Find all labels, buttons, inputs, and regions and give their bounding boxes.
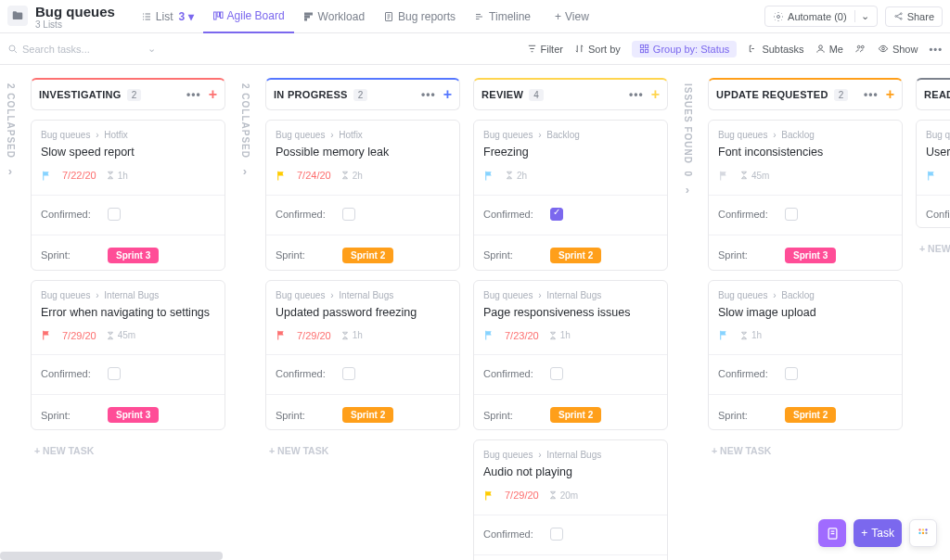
sprint-tag[interactable]: Sprint 3: [108, 407, 159, 423]
me-button[interactable]: Me: [815, 44, 843, 55]
svg-point-26: [925, 528, 927, 530]
task-card[interactable]: Bug queues › Backlog Font inconsistencie…: [708, 120, 903, 271]
confirmed-field: Confirmed:: [483, 201, 658, 227]
people-icon: [854, 44, 867, 54]
task-card[interactable]: Bug queues › Internal Bugs Error when na…: [31, 280, 225, 431]
svg-point-10: [777, 15, 780, 18]
confirmed-field: Confirmed:: [41, 201, 215, 227]
task-card[interactable]: Bug queues › Internal Bugs Updated passw…: [265, 280, 460, 431]
share-button[interactable]: Share: [885, 6, 943, 27]
view-tab-workload[interactable]: Workload: [294, 0, 374, 33]
view-tab-list[interactable]: List3 ▾: [132, 0, 203, 33]
svg-rect-7: [307, 16, 309, 18]
column-add-button[interactable]: +: [209, 87, 217, 102]
horizontal-scrollbar[interactable]: [0, 552, 223, 560]
view-tab-agile-board[interactable]: Agile Board: [203, 0, 294, 33]
confirmed-checkbox[interactable]: [550, 367, 563, 380]
sprint-tag[interactable]: Sprint 3: [785, 248, 836, 263]
more-menu[interactable]: •••: [929, 44, 943, 55]
task-estimate: 45m: [106, 330, 135, 340]
task-date: 7/29/20: [62, 330, 96, 341]
collapsed-column[interactable]: 2 COLLAPSED›: [4, 78, 18, 184]
svg-point-11: [894, 16, 896, 18]
chevron-down-icon[interactable]: ⌄: [148, 43, 156, 55]
filter-bar: Search tasks... ⌄ Filter Sort by Group b…: [0, 33, 950, 65]
task-card[interactable]: Bug queues › Internal Bugs Audio not pla…: [473, 439, 668, 560]
workload-icon: [303, 11, 315, 22]
sprint-tag[interactable]: Sprint 2: [785, 407, 836, 423]
new-task-fab[interactable]: +Task: [854, 519, 902, 547]
subtasks-icon: [748, 44, 758, 54]
breadcrumb: Bug queues › Hotfix: [276, 130, 450, 140]
column-add-button[interactable]: +: [443, 87, 452, 102]
chevron-right-icon: ›: [243, 164, 248, 178]
column-title: REVIEW: [481, 89, 523, 100]
task-card[interactable]: Bug queues › Backlog Freezing 2h Confirm…: [473, 120, 668, 271]
task-title: Page responsiveness issues: [483, 306, 658, 321]
confirmed-checkbox[interactable]: [108, 367, 121, 380]
hourglass-icon: [106, 171, 115, 180]
sprint-tag[interactable]: Sprint 2: [342, 407, 393, 423]
svg-rect-16: [645, 45, 648, 47]
task-meta: 7/23/20 1h: [483, 325, 658, 347]
task-date: 7/23/20: [505, 330, 539, 341]
confirmed-checkbox[interactable]: [785, 367, 798, 380]
task-meta: 7/24/20 2h: [276, 166, 450, 187]
confirmed-checkbox[interactable]: [108, 208, 121, 221]
column-more-menu[interactable]: •••: [186, 88, 201, 101]
chevron-down-icon[interactable]: ⌄: [854, 10, 869, 22]
column-count: 2: [834, 89, 849, 101]
search-input[interactable]: Search tasks... ⌄: [7, 43, 156, 55]
svg-point-28: [922, 532, 924, 534]
column-more-menu[interactable]: •••: [421, 88, 436, 101]
confirmed-checkbox[interactable]: [550, 208, 563, 221]
sprint-tag[interactable]: Sprint 2: [550, 407, 601, 423]
sprint-tag[interactable]: Sprint 3: [108, 248, 159, 263]
view-tab-bug-reports[interactable]: Bug reports: [374, 0, 465, 33]
notepad-fab[interactable]: [818, 519, 846, 547]
sprint-tag[interactable]: Sprint 2: [550, 248, 601, 263]
svg-point-19: [818, 45, 822, 49]
apps-fab[interactable]: [909, 519, 937, 547]
column-update-requested: UPDATE REQUESTED 2 ••• + Bug queues › Ba…: [708, 78, 903, 499]
collapsed-column[interactable]: ISSUES FOUND 0›: [681, 78, 695, 202]
new-task-button[interactable]: + NEW TASK: [708, 439, 903, 462]
task-card[interactable]: Bug queues › Internal Bugs Page responsi…: [473, 280, 668, 431]
column-cards: Bug queues › Hotfix Slow speed report 7/…: [31, 120, 225, 499]
filter-button[interactable]: Filter: [527, 44, 563, 55]
hourglass-icon: [340, 331, 350, 340]
show-button[interactable]: Show: [878, 44, 918, 55]
new-task-button[interactable]: + NEW TA: [916, 237, 950, 260]
new-task-button[interactable]: + NEW TASK: [31, 439, 225, 462]
filter-icon: [527, 44, 537, 54]
task-card[interactable]: Bug queues › Backlog Slow image upload 1…: [708, 280, 903, 431]
group-by-button[interactable]: Group by: Status: [632, 41, 738, 57]
confirmed-checkbox[interactable]: [785, 208, 798, 221]
confirmed-checkbox[interactable]: [550, 528, 563, 541]
board-scroll[interactable]: 2 COLLAPSED› INVESTIGATING 2 ••• + Bug q…: [0, 65, 950, 560]
person-icon: [815, 44, 826, 54]
flag-icon: [483, 170, 495, 182]
add-view-button[interactable]: +View: [546, 0, 598, 33]
search-icon: [7, 44, 19, 55]
subtasks-button[interactable]: Subtasks: [748, 44, 803, 55]
task-meta: 45m: [718, 166, 892, 187]
column-add-button[interactable]: +: [651, 87, 660, 102]
column-more-menu[interactable]: •••: [629, 88, 644, 101]
confirmed-checkbox[interactable]: [342, 367, 355, 380]
collapsed-column[interactable]: 2 COLLAPSED›: [238, 78, 252, 184]
automate-button[interactable]: Automate (0) ⌄: [764, 6, 878, 27]
task-card[interactable]: Bug queues › Hotfix Slow speed report 7/…: [31, 120, 225, 271]
sprint-field: Sprint: Sprint 3: [718, 241, 892, 270]
assignees-button[interactable]: [854, 44, 867, 54]
task-card[interactable]: Bug queues › Hotfix Possible memory leak…: [265, 120, 460, 271]
task-card[interactable]: Bug queues Usernam Confirmed:: [916, 120, 950, 228]
column-more-menu[interactable]: •••: [864, 88, 879, 101]
confirmed-checkbox[interactable]: [342, 208, 355, 221]
task-estimate: 2h: [340, 171, 363, 181]
sprint-tag[interactable]: Sprint 2: [342, 248, 393, 263]
new-task-button[interactable]: + NEW TASK: [265, 439, 460, 462]
sort-button[interactable]: Sort by: [574, 44, 621, 55]
column-add-button[interactable]: +: [886, 87, 894, 102]
view-tab-timeline[interactable]: Timeline: [465, 0, 540, 33]
